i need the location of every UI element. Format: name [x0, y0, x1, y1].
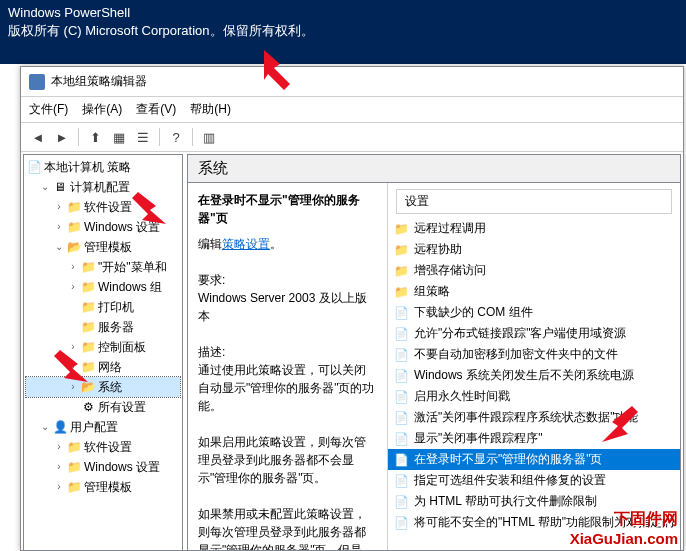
expand-icon[interactable]: ›: [68, 258, 78, 276]
policy-icon: 📄: [394, 411, 410, 425]
list-item[interactable]: 📄允许"分布式链接跟踪"客户端使用域资源: [388, 323, 680, 344]
list-item-label: 将可能不安全的"HTML 帮助"功能限制为对指定的: [414, 514, 674, 531]
policy-icon: 📄: [394, 390, 410, 404]
menu-help[interactable]: 帮助(H): [190, 101, 231, 118]
policy-icon: 📄: [394, 474, 410, 488]
list-item[interactable]: 📄为 HTML 帮助可执行文件删除限制: [388, 491, 680, 512]
policy-title: 在登录时不显示"管理你的服务器"页: [198, 191, 377, 227]
folder-icon: 📁: [66, 440, 82, 454]
list-item-label: 激活"关闭事件跟踪程序系统状态数据"功能: [414, 409, 639, 426]
list-item[interactable]: 📄不要自动加密移到加密文件夹中的文件: [388, 344, 680, 365]
description-label: 描述:: [198, 343, 377, 361]
list-item[interactable]: 📄下载缺少的 COM 组件: [388, 302, 680, 323]
show-hide-button[interactable]: ▦: [108, 126, 130, 148]
description-text: 通过使用此策略设置，可以关闭自动显示"管理你的服务器"页的功能。: [198, 361, 377, 415]
menu-bar: 文件(F) 操作(A) 查看(V) 帮助(H): [21, 97, 683, 123]
list-item[interactable]: 📄指定可选组件安装和组件修复的设置: [388, 470, 680, 491]
toolbar-separator: [78, 128, 79, 146]
folder-icon: 📁: [394, 285, 410, 299]
up-button[interactable]: ⬆: [84, 126, 106, 148]
menu-action[interactable]: 操作(A): [82, 101, 122, 118]
expand-icon[interactable]: ›: [54, 438, 64, 456]
back-button[interactable]: ◄: [27, 126, 49, 148]
requirements-text: Windows Server 2003 及以上版本: [198, 289, 377, 325]
collapse-icon[interactable]: ⌄: [40, 418, 50, 436]
list-item-label: 远程过程调用: [414, 220, 486, 237]
policy-icon: 📄: [394, 432, 410, 446]
policy-icon: 📄: [26, 160, 42, 174]
mmc-body: 📄本地计算机 策略 ⌄🖥计算机配置 ›📁软件设置 ›📁Windows 设置 ⌄📂…: [21, 152, 683, 551]
tree-server[interactable]: 📁服务器: [26, 317, 180, 337]
edit-policy-link[interactable]: 策略设置: [222, 237, 270, 251]
expand-icon[interactable]: ›: [54, 198, 64, 216]
filter-button[interactable]: ▥: [198, 126, 220, 148]
list-item[interactable]: 📄Windows 系统关闭发生后不关闭系统电源: [388, 365, 680, 386]
policy-icon: 📄: [394, 327, 410, 341]
tree-admin-templates[interactable]: ⌄📂管理模板: [26, 237, 180, 257]
expand-icon[interactable]: ›: [68, 378, 78, 396]
expand-icon[interactable]: ›: [54, 478, 64, 496]
folder-icon: 📁: [394, 264, 410, 278]
tree-user-windows[interactable]: ›📁Windows 设置: [26, 457, 180, 477]
list-item-label: 远程协助: [414, 241, 462, 258]
tree-user-admin[interactable]: ›📁管理模板: [26, 477, 180, 497]
edit-policy-line: 编辑策略设置。: [198, 235, 377, 253]
menu-view[interactable]: 查看(V): [136, 101, 176, 118]
folder-icon: 📁: [394, 243, 410, 257]
list-header: 设置: [388, 185, 680, 218]
settings-list[interactable]: 设置 📁远程过程调用📁远程协助📁增强存储访问📁组策略📄下载缺少的 COM 组件📄…: [388, 183, 680, 550]
app-icon: [29, 74, 45, 90]
folder-icon: 📁: [80, 260, 96, 274]
expand-icon[interactable]: ›: [68, 338, 78, 356]
expand-icon[interactable]: ›: [68, 278, 78, 296]
tree-user-software[interactable]: ›📁软件设置: [26, 437, 180, 457]
forward-button[interactable]: ►: [51, 126, 73, 148]
list-item-label: 为 HTML 帮助可执行文件删除限制: [414, 493, 597, 510]
tree-all-settings[interactable]: ⚙所有设置: [26, 397, 180, 417]
tree-printers[interactable]: 📁打印机: [26, 297, 180, 317]
help-button[interactable]: ?: [165, 126, 187, 148]
properties-button[interactable]: ☰: [132, 126, 154, 148]
expand-icon[interactable]: ›: [54, 218, 64, 236]
collapse-icon[interactable]: ⌄: [54, 238, 64, 256]
window-title: 本地组策略编辑器: [51, 73, 147, 90]
folder-icon: 📁: [80, 320, 96, 334]
expand-icon[interactable]: ›: [54, 458, 64, 476]
column-header-setting[interactable]: 设置: [396, 189, 672, 214]
folder-icon: 📁: [394, 222, 410, 236]
window-titlebar[interactable]: 本地组策略编辑器: [21, 67, 683, 97]
list-item[interactable]: 📄激活"关闭事件跟踪程序系统状态数据"功能: [388, 407, 680, 428]
tree-user-config[interactable]: ⌄👤用户配置: [26, 417, 180, 437]
tree-computer-config[interactable]: ⌄🖥计算机配置: [26, 177, 180, 197]
computer-icon: 🖥: [52, 180, 68, 194]
tree-control-panel[interactable]: ›📁控制面板: [26, 337, 180, 357]
list-item[interactable]: 📄显示"关闭事件跟踪程序": [388, 428, 680, 449]
menu-file[interactable]: 文件(F): [29, 101, 68, 118]
tree-pane[interactable]: 📄本地计算机 策略 ⌄🖥计算机配置 ›📁软件设置 ›📁Windows 设置 ⌄📂…: [23, 154, 183, 551]
tree-network[interactable]: ›📁网络: [26, 357, 180, 377]
tree-start-menu[interactable]: ›📁"开始"菜单和: [26, 257, 180, 277]
description-pane: 在登录时不显示"管理你的服务器"页 编辑策略设置。 要求: Windows Se…: [188, 183, 388, 550]
expand-icon[interactable]: ›: [68, 358, 78, 376]
list-item-label: 增强存储访问: [414, 262, 486, 279]
list-item[interactable]: 📄将可能不安全的"HTML 帮助"功能限制为对指定的: [388, 512, 680, 533]
list-item[interactable]: 📁组策略: [388, 281, 680, 302]
policy-icon: 📄: [394, 495, 410, 509]
list-item[interactable]: 📁远程过程调用: [388, 218, 680, 239]
tree-system[interactable]: ›📂系统: [26, 377, 180, 397]
list-item[interactable]: 📄在登录时不显示"管理你的服务器"页: [388, 449, 680, 470]
folder-icon: 📁: [66, 220, 82, 234]
tree-windows-settings[interactable]: ›📁Windows 设置: [26, 217, 180, 237]
folder-icon: 📁: [80, 340, 96, 354]
list-item[interactable]: 📁增强存储访问: [388, 260, 680, 281]
description-text-3: 如果禁用或未配置此策略设置，则每次管理员登录到此服务器都显示"管理你的服务器"页…: [198, 505, 377, 550]
tree-root[interactable]: 📄本地计算机 策略: [26, 157, 180, 177]
list-item[interactable]: 📄启用永久性时间戳: [388, 386, 680, 407]
collapse-icon[interactable]: ⌄: [40, 178, 50, 196]
tree-software-settings[interactable]: ›📁软件设置: [26, 197, 180, 217]
folder-icon: 📁: [80, 360, 96, 374]
tree-windows-components[interactable]: ›📁Windows 组: [26, 277, 180, 297]
list-item-label: 不要自动加密移到加密文件夹中的文件: [414, 346, 618, 363]
list-item-label: 启用永久性时间戳: [414, 388, 510, 405]
list-item[interactable]: 📁远程协助: [388, 239, 680, 260]
